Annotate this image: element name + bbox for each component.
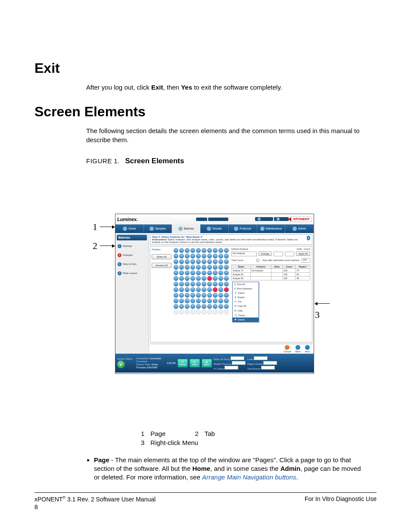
analyte-cell[interactable] <box>185 259 190 264</box>
pause-button[interactable]: ⏸Pause <box>177 359 188 367</box>
analyte-cell[interactable] <box>202 282 206 286</box>
analyte-cell[interactable] <box>218 282 223 286</box>
table-row[interactable]: Analyte 63 100 63 <box>232 272 310 276</box>
stop-checkbox[interactable] <box>256 259 259 262</box>
help-button[interactable]: Help <box>274 217 289 221</box>
analyte-cell[interactable] <box>213 271 218 275</box>
page-results[interactable]: Results <box>200 224 229 233</box>
analyte-cell[interactable] <box>190 304 195 309</box>
next-button[interactable]: Next <box>305 345 310 353</box>
analyte-cell[interactable] <box>218 299 223 303</box>
info-icon[interactable]: i <box>307 236 310 240</box>
analyte-cell[interactable] <box>190 259 195 264</box>
analyte-cell[interactable] <box>224 299 229 303</box>
menu-copy[interactable]: ⧉Copy <box>233 308 258 313</box>
analyte-cell[interactable] <box>196 287 201 292</box>
analyte-cell[interactable] <box>218 287 223 292</box>
analyte-cell[interactable] <box>174 304 178 309</box>
analyte-cell[interactable] <box>202 287 206 292</box>
page-maintenance[interactable]: Maintenance <box>257 224 286 233</box>
analyte-cell[interactable] <box>179 287 184 292</box>
analyte-cell[interactable] <box>218 276 223 281</box>
analyte-cell[interactable] <box>190 287 195 292</box>
analyte-cell[interactable] <box>179 276 184 281</box>
tab-settings[interactable]: 1Settings <box>117 243 147 249</box>
select-all-button[interactable]: Select All <box>152 254 171 259</box>
analyte-cell[interactable] <box>185 265 190 270</box>
analyte-cell[interactable] <box>190 271 195 275</box>
analyte-cell[interactable] <box>207 287 212 292</box>
analyte-cell[interactable] <box>213 310 218 314</box>
analyte-cell[interactable] <box>174 259 178 264</box>
analyte-cell[interactable] <box>196 276 201 281</box>
analyte-cell[interactable] <box>213 254 218 258</box>
analyte-cell[interactable] <box>207 265 212 270</box>
analyte-cell[interactable] <box>202 310 206 314</box>
analyte-cell[interactable] <box>213 304 218 309</box>
analyte-cell[interactable] <box>207 248 212 253</box>
eject-button[interactable]: ⏏Eject <box>202 359 212 367</box>
analyte-cell[interactable] <box>174 299 178 303</box>
analyte-cell[interactable] <box>202 265 206 270</box>
tab-analytes[interactable]: 2Analytes <box>117 252 147 258</box>
table-row[interactable]: Analyte 70 No Analysis 100 70 <box>232 268 310 272</box>
analyte-cell[interactable] <box>185 254 190 258</box>
menu-copy-all[interactable]: ⧉Copy All <box>233 304 258 308</box>
page-batches[interactable]: Batches <box>172 224 200 233</box>
analyte-cell[interactable] <box>174 293 178 298</box>
menu-cut[interactable]: ✂Cut <box>233 299 258 304</box>
analyte-cell[interactable] <box>207 276 212 281</box>
analyte-cell[interactable] <box>196 299 201 303</box>
analyte-cell[interactable] <box>185 276 190 281</box>
analyte-cell[interactable] <box>218 293 223 298</box>
analyte-cell[interactable] <box>190 293 195 298</box>
deselect-all-button[interactable]: Deselect All <box>152 263 171 268</box>
analyte-cell[interactable] <box>202 259 206 264</box>
analyte-cell[interactable] <box>179 248 184 253</box>
analyte-cell[interactable] <box>213 276 218 281</box>
analyte-cell[interactable] <box>218 310 223 314</box>
menu-paste[interactable]: 📋Paste <box>233 313 258 317</box>
analyte-cell[interactable] <box>207 282 212 286</box>
analyte-cell[interactable] <box>218 254 223 258</box>
menu-print-all[interactable]: ⎙Print All <box>233 282 258 286</box>
analyte-cell[interactable] <box>218 304 223 309</box>
analyte-cell[interactable] <box>224 265 229 270</box>
analyte-cell[interactable] <box>185 271 190 275</box>
analyte-cell[interactable] <box>207 299 212 303</box>
analyte-cell[interactable] <box>218 271 223 275</box>
analyte-grid[interactable] <box>173 246 230 342</box>
apply-all-button[interactable]: Apply All <box>296 252 310 256</box>
analyte-cell[interactable] <box>224 282 229 286</box>
analyte-cell[interactable] <box>213 282 218 286</box>
analyte-cell[interactable] <box>202 254 206 258</box>
logoff-button[interactable]: Log Off <box>255 217 273 221</box>
analyte-cell[interactable] <box>218 265 223 270</box>
page-home[interactable]: Home <box>115 224 144 233</box>
analyte-cell[interactable] <box>174 254 178 258</box>
analyte-cell[interactable] <box>174 248 178 253</box>
menu-export[interactable]: ↥Export <box>233 295 258 299</box>
analyte-cell[interactable] <box>207 310 212 314</box>
analyte-cell[interactable] <box>213 248 218 253</box>
analyte-cell[interactable] <box>174 282 178 286</box>
analyte-cell[interactable] <box>179 254 184 258</box>
analyte-cell[interactable] <box>202 299 206 303</box>
analyte-cell[interactable] <box>196 248 201 253</box>
analyte-cell[interactable] <box>224 276 229 281</box>
analyte-cell[interactable] <box>179 299 184 303</box>
analyte-cell[interactable] <box>174 271 178 275</box>
th-units[interactable]: Units <box>271 264 283 268</box>
analyte-cell[interactable] <box>218 248 223 253</box>
analyte-cell[interactable] <box>224 287 229 292</box>
analyte-cell[interactable] <box>196 259 201 264</box>
analyte-cell[interactable] <box>213 265 218 270</box>
tab-plate-layout[interactable]: 4Plate Layout <box>117 270 147 277</box>
analyte-cell[interactable] <box>174 265 178 270</box>
back-button[interactable]: Back <box>295 345 300 353</box>
analyte-cell[interactable] <box>190 265 195 270</box>
analyte-cell[interactable] <box>202 271 206 275</box>
analyte-cell[interactable] <box>174 287 178 292</box>
analyte-cell[interactable] <box>213 293 218 298</box>
analyte-cell[interactable] <box>224 304 229 309</box>
